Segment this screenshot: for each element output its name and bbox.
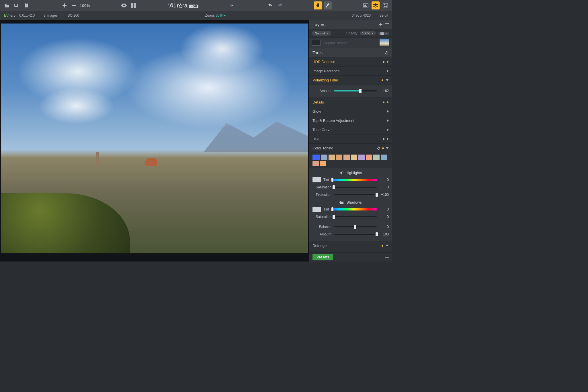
tool-top-bottom[interactable]: Top & Bottom Adjustment [309,116,392,125]
tool-details[interactable]: Details [309,98,392,107]
tool-color-toning[interactable]: Color Toning [309,144,392,153]
svg-rect-10 [365,5,366,7]
shadows-tint-slider[interactable]: Tint 0 [312,206,389,213]
image-dimensions: 6480 x 4320 [352,13,371,17]
highlights-tint-slider[interactable]: Tint 0 [312,176,389,184]
chevron-down-icon [386,147,389,149]
tool-tone-curve[interactable]: Tone Curve [309,125,392,134]
app-logo: 2017 Aurra HDR [168,2,198,9]
zoom-percentage[interactable]: 100% [80,3,90,8]
add-preset-icon[interactable] [385,256,389,259]
blend-mode-select[interactable]: Normal [312,31,331,36]
remove-layer-icon[interactable] [385,23,389,24]
layer-item[interactable]: Original Image [309,38,392,48]
crop-icon[interactable] [228,1,236,9]
svg-rect-17 [380,34,384,35]
svg-rect-1 [15,4,18,6]
color-swatch[interactable] [358,155,365,160]
layer-thumbnail [380,39,389,46]
color-swatch[interactable] [343,155,350,160]
color-swatch[interactable] [329,155,335,160]
balance-slider[interactable]: Balance 0 [312,223,389,231]
zoom-in-icon[interactable] [60,1,69,9]
tool-defringe[interactable]: Defringe [309,241,392,250]
image-panel-icon[interactable] [381,1,389,9]
color-swatch[interactable] [373,155,380,160]
svg-rect-5 [131,3,134,8]
svg-rect-4 [72,5,76,6]
sun-icon [339,171,343,175]
chevron-right-icon [387,69,389,73]
highlights-saturation-slider[interactable]: Saturation 0 [312,184,389,191]
top-toolbar: 100% 2017 Aurra HDR [0,0,392,11]
svg-point-7 [179,5,182,8]
svg-point-13 [384,4,385,5]
opacity-select[interactable]: 100% [360,31,376,35]
layer-menu-icon[interactable] [378,32,389,35]
svg-rect-15 [380,32,384,33]
color-swatch[interactable] [336,155,342,160]
color-swatch[interactable] [381,155,387,160]
redo-icon[interactable] [276,1,284,9]
open-folder-icon[interactable] [3,1,11,9]
tools-header: Tools [309,48,392,57]
svg-rect-14 [385,23,389,24]
color-swatch[interactable] [366,155,372,160]
zoom-readout[interactable]: Zoom: 35% [205,13,226,17]
bit-depth: 32-bit [380,13,388,17]
image-count: 3 images [44,13,58,17]
presets-bar: Presets [309,252,392,262]
iso-value: ISO 200 [67,13,79,17]
layers-panel-icon[interactable] [372,1,380,9]
svg-rect-6 [134,3,136,8]
cloud-icon [339,201,344,204]
chevron-down-icon [386,79,389,81]
reset-tools-icon[interactable] [385,51,389,55]
color-swatch[interactable] [312,155,320,160]
right-panel: Layers Normal Opacity 100% Original Imag… [309,20,392,262]
brush-tool-icon[interactable] [324,1,332,9]
histogram-icon[interactable] [362,1,370,9]
svg-rect-11 [366,6,367,7]
chevron-right-icon [387,60,389,63]
amount-slider[interactable]: Amount +100 [312,231,389,238]
tool-polarizing[interactable]: Polarizing Filter [309,76,392,85]
presets-button[interactable]: Presets [312,254,333,260]
color-swatch[interactable] [320,161,326,166]
layers-header: Layers [309,20,392,29]
add-layer-icon[interactable] [379,23,382,26]
compare-icon[interactable] [130,1,138,9]
tool-image-radiance[interactable]: Image Radiance [309,67,392,76]
info-bar: EV -2.0....0.0....+2.0 | 3 images | ISO … [0,11,392,20]
color-swatch[interactable] [351,155,357,160]
zoom-out-icon[interactable] [70,1,78,9]
color-swatch[interactable] [312,161,319,166]
tool-hdr-denoise[interactable]: HDR Denoise [309,57,392,67]
shadows-saturation-slider[interactable]: Saturation 0 [312,213,389,221]
svg-rect-9 [364,5,365,7]
polarizing-amount-slider[interactable]: Amount +62 [312,87,389,95]
svg-rect-3 [26,3,27,4]
undo-icon[interactable] [266,1,274,9]
hand-tool-icon[interactable] [314,1,322,9]
windows-icon[interactable] [13,1,21,9]
canvas-area[interactable] [0,20,309,262]
highlights-protection-slider[interactable]: Protection +100 [312,191,389,198]
svg-rect-16 [380,33,384,34]
color-toning-swatches[interactable] [309,153,392,168]
shadows-subheader: Shadows [312,198,389,206]
tool-hsl[interactable]: HSL [309,134,392,144]
preview-icon[interactable] [120,1,128,9]
chevron-down-icon [386,245,389,247]
highlights-subheader: Highlights [312,169,389,176]
reset-icon[interactable] [377,146,380,150]
color-swatch[interactable] [321,155,327,160]
svg-point-18 [341,172,342,174]
tool-glow[interactable]: Glow [309,107,392,116]
clipboard-icon[interactable] [22,1,30,9]
